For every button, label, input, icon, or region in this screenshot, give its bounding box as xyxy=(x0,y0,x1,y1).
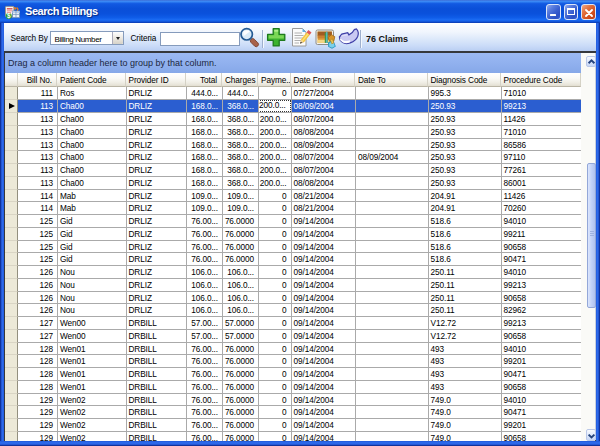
svg-text:$: $ xyxy=(7,12,11,20)
